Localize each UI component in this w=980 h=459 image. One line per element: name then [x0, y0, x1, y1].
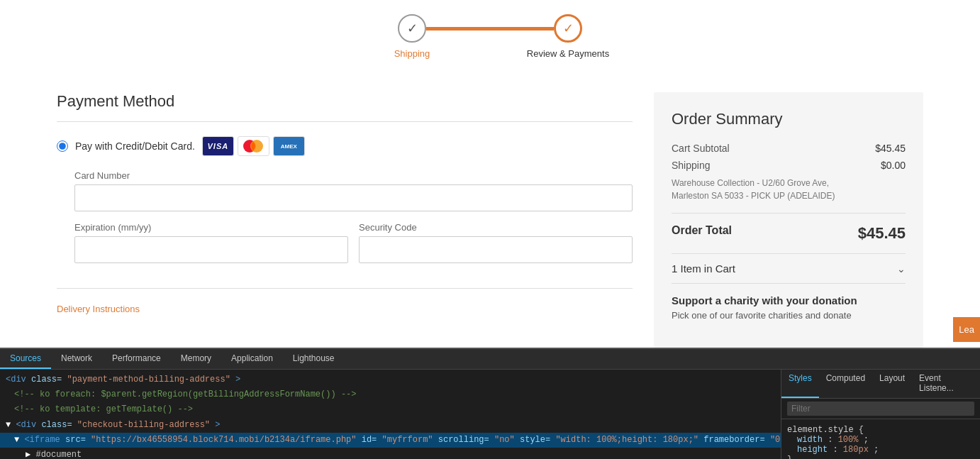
tab-application[interactable]: Application — [221, 349, 283, 369]
code-line-2: <!-- ko foreach: $parent.getRegion(getBi… — [0, 387, 781, 402]
payment-option-credit: Pay with Credit/Debit Card. VISA AMEX — [57, 136, 633, 156]
cart-subtotal-value: $45.45 — [875, 143, 906, 154]
card-form: Card Number Expiration (mm/yy) Security … — [57, 170, 633, 274]
order-summary-title: Order Summary — [672, 110, 906, 128]
step1-circle: ✓ — [398, 14, 426, 43]
shipping-label: Shipping — [672, 160, 711, 171]
devtools-body: <div class= "payment-method-billing-addr… — [0, 370, 980, 459]
devtools-tabs: Sources Network Performance Memory Appli… — [0, 349, 980, 370]
devtools-code-panel: <div class= "payment-method-billing-addr… — [0, 370, 781, 459]
style-closing-brace: } — [787, 455, 974, 459]
cart-subtotal-label: Cart Subtotal — [672, 143, 730, 154]
element-style-block: element.style { width : 100% ; height : … — [787, 425, 974, 459]
expiration-label: Expiration (mm/yy) — [74, 222, 348, 233]
order-summary-panel: Order Summary Cart Subtotal $45.45 Shipp… — [654, 92, 923, 348]
expiration-row: Expiration (mm/yy) — [74, 222, 348, 263]
main-layout: Payment Method Pay with Credit/Debit Car… — [57, 92, 923, 348]
security-code-input[interactable] — [359, 236, 633, 263]
cart-items-label: 1 Item in Cart — [672, 262, 735, 275]
tab-memory[interactable]: Memory — [171, 349, 221, 369]
order-total-value: $45.45 — [858, 224, 906, 243]
step2-label: Review & Payments — [527, 48, 609, 59]
visa-icon: VISA — [202, 136, 234, 156]
card-number-input[interactable] — [74, 184, 633, 211]
style-width-prop: width : 100% ; — [787, 435, 974, 445]
section-divider — [57, 121, 633, 122]
right-tab-layout[interactable]: Layout — [872, 370, 912, 398]
card-icons: VISA AMEX — [202, 136, 305, 156]
cart-accordion[interactable]: 1 Item in Cart ⌄ — [672, 253, 906, 284]
credit-card-label: Pay with Credit/Debit Card. — [75, 140, 195, 152]
left-panel: Payment Method Pay with Credit/Debit Car… — [57, 92, 633, 348]
card-number-row: Card Number — [74, 170, 633, 211]
order-total-row: Order Total $45.45 — [672, 213, 906, 243]
devtools-right-body: element.style { width : 100% ; height : … — [781, 419, 980, 459]
charity-section: Support a charity with your donation Pic… — [672, 294, 906, 321]
progress-bar: ✓ Shipping ✓ Review & Payments — [57, 0, 923, 50]
bottom-divider — [57, 288, 633, 289]
tab-sources[interactable]: Sources — [0, 349, 51, 369]
devtools-styles-panel: Styles Computed Layout Event Listene... … — [781, 370, 980, 459]
security-code-label: Security Code — [359, 222, 633, 233]
shipping-value: $0.00 — [881, 160, 906, 171]
step2-circle: ✓ — [554, 14, 582, 43]
expiration-input[interactable] — [74, 236, 348, 263]
order-total-label: Order Total — [672, 224, 732, 243]
code-line-5-highlighted[interactable]: ▼ <iframe src= "https://bx46558954.block… — [0, 433, 781, 448]
devtools-right-tabs: Styles Computed Layout Event Listene... — [781, 370, 980, 399]
styles-filter-input[interactable] — [787, 402, 974, 416]
styles-filter-row — [781, 399, 980, 419]
chevron-down-icon: ⌄ — [897, 263, 906, 275]
tab-network[interactable]: Network — [51, 349, 102, 369]
payment-section-title: Payment Method — [57, 92, 633, 111]
right-tab-computed[interactable]: Computed — [819, 370, 872, 398]
amex-icon: AMEX — [273, 136, 305, 156]
delivery-instructions-link[interactable]: Delivery Instructions — [57, 304, 140, 314]
mastercard-icon — [238, 136, 269, 156]
right-tab-styles[interactable]: Styles — [781, 370, 819, 398]
devtools-panel: Sources Network Performance Memory Appli… — [0, 348, 980, 459]
card-details-row: Expiration (mm/yy) Security Code — [74, 222, 633, 274]
credit-card-radio[interactable] — [57, 140, 68, 152]
security-code-row: Security Code — [359, 222, 633, 263]
shipping-address: Warehouse Collection - U2/60 Grove Ave,M… — [672, 177, 906, 202]
code-line-3: <!-- ko template: getTemplate() --> — [0, 402, 781, 417]
step-shipping: ✓ Shipping — [398, 14, 426, 43]
charity-desc: Pick one of our favorite charities and d… — [672, 310, 906, 321]
code-line-6: ▶ #document — [0, 448, 781, 459]
step-review: ✓ Review & Payments — [554, 14, 582, 43]
tab-lighthouse[interactable]: Lighthouse — [283, 349, 345, 369]
code-line-1: <div class= "payment-method-billing-addr… — [0, 372, 781, 387]
element-style-selector: element.style { — [787, 425, 974, 435]
progress-line — [426, 27, 554, 31]
cart-subtotal-row: Cart Subtotal $45.45 — [672, 143, 906, 154]
step1-check-icon: ✓ — [407, 21, 418, 36]
mastercard-svg — [240, 138, 266, 154]
style-height-prop: height : 180px ; — [787, 445, 974, 455]
step1-label: Shipping — [394, 48, 430, 59]
code-line-4: ▼ <div class= "checkout-billing-address"… — [0, 418, 781, 433]
shipping-row: Shipping $0.00 — [672, 160, 906, 171]
step2-check-icon: ✓ — [563, 21, 574, 36]
charity-title: Support a charity with your donation — [672, 294, 906, 306]
tab-performance[interactable]: Performance — [102, 349, 171, 369]
right-tab-event-listeners[interactable]: Event Listene... — [912, 370, 980, 398]
card-number-label: Card Number — [74, 170, 633, 181]
learn-more-button[interactable]: Lea — [953, 317, 980, 342]
